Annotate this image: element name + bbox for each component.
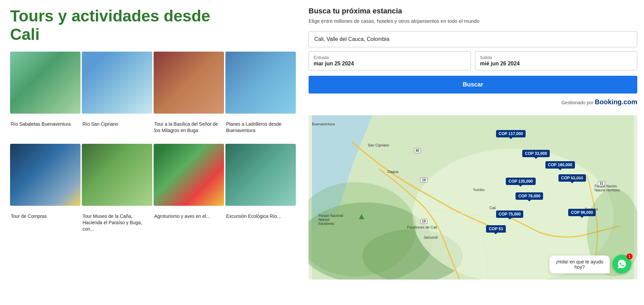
entrada-box[interactable]: Entrada mar jun 25 2024 [309, 51, 471, 70]
road-shield-19b: 19 [420, 219, 427, 224]
road-shield-40: 40 [414, 148, 421, 153]
tour-grid-row2 [10, 144, 292, 206]
salida-box[interactable]: Salida mié jun 26 2024 [475, 51, 637, 70]
salida-date: mié jun 26 2024 [480, 61, 632, 67]
tour-img-3[interactable] [154, 52, 224, 114]
tour-caption-3[interactable]: Tour a la Basílica del Señor de los Mila… [154, 119, 224, 136]
booking-brand: Booking.com [595, 98, 637, 106]
search-button[interactable]: Buscar [309, 76, 637, 94]
salida-label: Salida [480, 55, 632, 60]
whatsapp-bubble: ¡Hola! en que te ayudo hoy? [549, 255, 610, 273]
road-shield-31: 31 [598, 181, 605, 186]
tour-captions-row2: Tour de Compras Tour Museo de la Caña, H… [10, 211, 292, 234]
road-shield-19a: 19 [420, 178, 427, 183]
price-badge-6[interactable]: COP 76,000 [516, 192, 543, 200]
booking-section: Busca tu próxima estancia Elige entre mi… [309, 3, 637, 115]
price-badge-7[interactable]: COP 75,000 [496, 210, 524, 218]
managed-by: Gestionado por Booking.com [309, 98, 637, 106]
booking-title: Busca tu próxima estancia [309, 7, 637, 15]
price-badge-3[interactable]: COP 160,000 [545, 161, 575, 169]
price-badge-8[interactable]: COP 96,000 [568, 209, 596, 216]
price-badge-2[interactable]: COP 33,000 [522, 150, 550, 157]
page-title: Tours y actividades desde Cali [10, 7, 292, 44]
whatsapp-container: ¡Hola! en que te ayudo hoy? 1 [549, 255, 631, 273]
price-badge-1[interactable]: COP 117,000 [496, 130, 526, 137]
date-row: Entrada mar jun 25 2024 Salida mié jun 2… [309, 51, 637, 70]
tour-caption-5[interactable]: Tour de Compras [10, 211, 80, 234]
tour-caption-7[interactable]: Agroturismo y aves en el... [154, 211, 224, 234]
whatsapp-icon [616, 259, 627, 269]
whatsapp-badge: 1 [627, 253, 633, 259]
booking-subtitle: Elige entre millones de casas, hoteles y… [309, 17, 490, 24]
tour-img-8[interactable] [225, 144, 296, 206]
tour-caption-1[interactable]: Río Sabaletas Buenaventura [10, 119, 80, 136]
entrada-date: mar jun 25 2024 [314, 61, 466, 67]
tour-img-5[interactable] [10, 144, 80, 206]
tour-grid-row1 [10, 52, 292, 114]
tour-caption-6[interactable]: Tour Museo de la Caña, Hacienda el Paraí… [82, 211, 152, 234]
entrada-label: Entrada [314, 55, 466, 60]
right-panel: Busca tu próxima estancia Elige entre mi… [302, 0, 644, 305]
tour-img-2[interactable] [82, 52, 152, 114]
tour-img-7[interactable] [154, 144, 224, 206]
price-badge-4[interactable]: COP 135,000 [506, 178, 536, 185]
tour-caption-8[interactable]: Excursión Ecológica Río... [225, 211, 296, 234]
location-input[interactable] [309, 31, 637, 47]
price-badge-5[interactable]: COP 63,000 [558, 174, 586, 182]
left-panel: Tours y actividades desde Cali Río Sabal… [0, 0, 302, 305]
tour-img-6[interactable] [82, 144, 152, 206]
whatsapp-wrap: 1 [612, 255, 631, 273]
tour-captions-row1: Río Sabaletas Buenaventura Río San Cipri… [10, 119, 292, 136]
tour-img-4[interactable] [225, 52, 296, 114]
tour-caption-2[interactable]: Río San Cipriano [82, 119, 152, 136]
map-container[interactable]: COP 117,000 COP 33,000 COP 160,000 COP 1… [309, 115, 637, 280]
tour-caption-4[interactable]: Planes a Ladrilleros desde Buenaventura [225, 119, 296, 136]
tour-img-1[interactable] [10, 52, 80, 114]
price-badge-cop53[interactable]: COP 53 [486, 225, 505, 233]
